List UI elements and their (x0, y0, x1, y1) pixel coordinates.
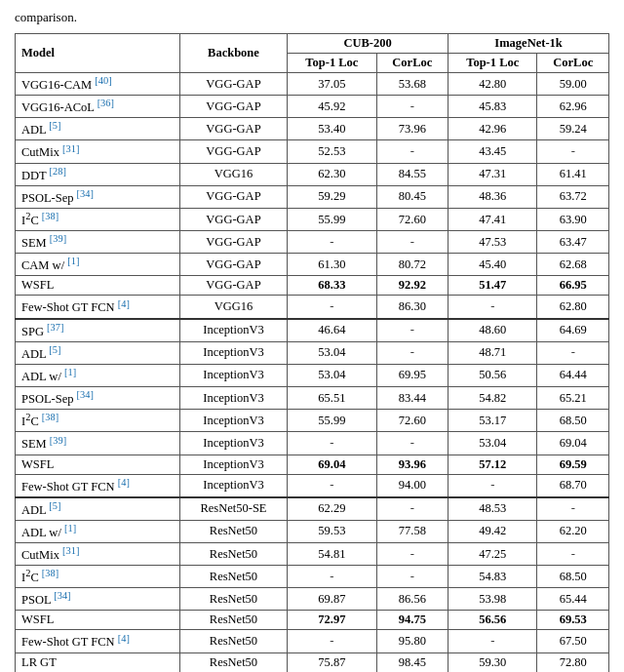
data-cell: 46.64 (288, 319, 376, 342)
data-cell: 52.53 (288, 140, 376, 163)
table-row: Few-Shot GT FCN [4]InceptionV3-94.00-68.… (16, 474, 609, 497)
table-row: VGG16-ACoL [36]VGG-GAP45.92-45.8362.96 (16, 96, 609, 118)
cub-top1-header: Top-1 Loc (288, 54, 376, 73)
data-cell: 64.69 (537, 319, 609, 342)
model-cell: CutMix [31] (16, 542, 180, 565)
table-row: WSFLVGG-GAP68.3392.9251.4766.95 (16, 276, 609, 296)
model-cell: Few-Shot GT FCN [4] (16, 474, 180, 497)
data-cell: 62.29 (288, 497, 376, 521)
data-cell: 68.50 (537, 410, 609, 432)
data-cell: 42.80 (448, 73, 537, 96)
table-row: CutMix [31]VGG-GAP52.53-43.45- (16, 140, 609, 163)
data-cell: - (376, 96, 448, 118)
model-cell: CAM w/ [1] (16, 254, 180, 276)
intro-text: comparison. (15, 10, 609, 25)
data-cell: - (537, 497, 609, 521)
data-cell: - (448, 296, 537, 319)
data-cell: 64.44 (537, 364, 609, 386)
data-cell: 51.47 (448, 276, 537, 296)
data-cell: ResNet50 (179, 542, 287, 565)
data-cell: 62.96 (537, 96, 609, 118)
data-cell: 69.53 (537, 611, 609, 630)
data-cell: 53.68 (376, 73, 448, 96)
data-cell: ResNet50 (179, 630, 287, 652)
data-cell: 80.45 (376, 185, 448, 208)
data-cell: 72.97 (288, 611, 376, 630)
data-cell: 42.96 (448, 118, 537, 140)
data-cell: VGG-GAP (179, 231, 287, 254)
data-cell: 69.87 (288, 588, 376, 611)
table-row: CutMix [31]ResNet5054.81-47.25- (16, 542, 609, 565)
data-cell: VGG-GAP (179, 185, 287, 208)
table-row: ADL [5]InceptionV353.04-48.71- (16, 341, 609, 364)
data-cell: 98.45 (376, 652, 448, 672)
model-cell: SPG [37] (16, 319, 180, 342)
model-cell: PSOL-Sep [34] (16, 185, 180, 208)
table-row: PSOL-Sep [34]VGG-GAP59.2980.4548.3663.72 (16, 185, 609, 208)
table-row: Few-Shot GT FCN [4]ResNet50-95.80-67.50 (16, 630, 609, 652)
model-cell: WSFL (16, 276, 180, 296)
data-cell: 53.40 (288, 118, 376, 140)
table-row: I2C [38]ResNet50--54.8368.50 (16, 566, 609, 588)
data-cell: 80.72 (376, 254, 448, 276)
data-cell: 94.00 (376, 474, 448, 497)
model-header: Model (16, 34, 180, 73)
data-cell: - (288, 474, 376, 497)
model-cell: Few-Shot GT FCN [4] (16, 296, 180, 319)
data-cell: 62.20 (537, 520, 609, 542)
table-row: CAM w/ [1]VGG-GAP61.3080.7245.4062.68 (16, 254, 609, 276)
data-cell: 47.41 (448, 208, 537, 230)
data-cell: - (288, 296, 376, 319)
table-row: DDT [28]VGG1662.3084.5547.3161.41 (16, 163, 609, 185)
data-cell: 47.53 (448, 231, 537, 254)
data-cell: 93.96 (376, 455, 448, 474)
data-cell: InceptionV3 (179, 455, 287, 474)
data-cell: ResNet50-SE (179, 497, 287, 521)
model-cell: SEM [39] (16, 231, 180, 254)
data-cell: ResNet50 (179, 611, 287, 630)
model-cell: ADL [5] (16, 497, 180, 521)
data-cell: - (376, 497, 448, 521)
data-cell: - (376, 231, 448, 254)
data-cell: VGG16 (179, 163, 287, 185)
data-cell: 43.45 (448, 140, 537, 163)
table-row: WSFLResNet5072.9794.7556.5669.53 (16, 611, 609, 630)
data-cell: 57.12 (448, 455, 537, 474)
data-cell: - (288, 630, 376, 652)
table-row: I2C [38]VGG-GAP55.9972.6047.4163.90 (16, 208, 609, 230)
data-cell: InceptionV3 (179, 319, 287, 342)
data-cell: 45.40 (448, 254, 537, 276)
data-cell: 53.17 (448, 410, 537, 432)
data-cell: - (376, 319, 448, 342)
data-cell: 69.59 (537, 455, 609, 474)
data-cell: 62.30 (288, 163, 376, 185)
table-row: SEM [39]InceptionV3--53.0469.04 (16, 432, 609, 455)
model-cell: PSOL [34] (16, 588, 180, 611)
data-cell: 72.60 (376, 208, 448, 230)
table-row: Few-Shot GT FCN [4]VGG16-86.30-62.80 (16, 296, 609, 319)
data-cell: 59.53 (288, 520, 376, 542)
data-cell: VGG-GAP (179, 276, 287, 296)
data-cell: 67.50 (537, 630, 609, 652)
data-cell: 72.80 (537, 652, 609, 672)
model-cell: PSOL-Sep [34] (16, 387, 180, 410)
data-cell: InceptionV3 (179, 410, 287, 432)
data-cell: 55.99 (288, 208, 376, 230)
data-cell: 75.87 (288, 652, 376, 672)
data-cell: 53.04 (288, 341, 376, 364)
data-cell: - (376, 140, 448, 163)
data-cell: 68.33 (288, 276, 376, 296)
data-cell: ResNet50 (179, 566, 287, 588)
data-cell: 48.71 (448, 341, 537, 364)
data-cell: 94.75 (376, 611, 448, 630)
data-cell: 53.98 (448, 588, 537, 611)
data-cell: 48.60 (448, 319, 537, 342)
data-cell: 95.80 (376, 630, 448, 652)
data-cell: - (376, 341, 448, 364)
data-cell: ResNet50 (179, 588, 287, 611)
data-cell: 49.42 (448, 520, 537, 542)
data-cell: 45.92 (288, 96, 376, 118)
data-cell: 83.44 (376, 387, 448, 410)
data-cell: 45.83 (448, 96, 537, 118)
data-cell: 53.04 (448, 432, 537, 455)
